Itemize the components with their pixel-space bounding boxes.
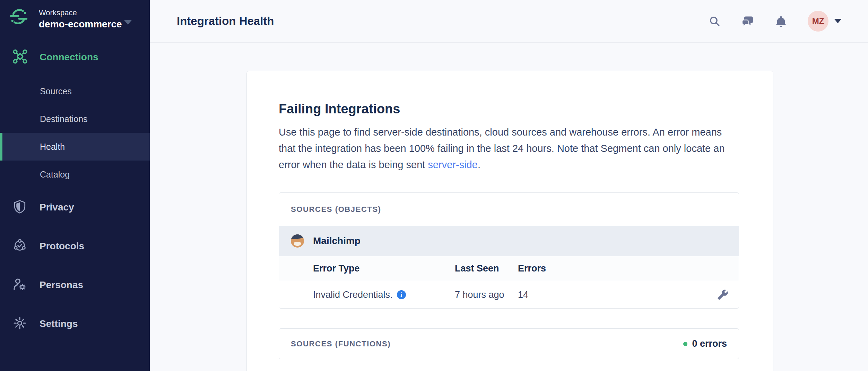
chevron-down-icon[interactable]: [834, 19, 842, 23]
sources-objects-card: SOURCES (OBJECTS) Mailchimp Error Type L…: [279, 192, 739, 309]
main-area: Integration Health: [150, 0, 868, 371]
wrench-icon: [717, 289, 728, 300]
sources-objects-header: SOURCES (OBJECTS): [279, 193, 739, 226]
sources-functions-card: SOURCES (FUNCTIONS) 0 errors: [279, 328, 739, 359]
chevron-down-icon[interactable]: [124, 20, 132, 25]
chat-icon[interactable]: [741, 15, 754, 28]
sidebar-item-connections[interactable]: Connections: [0, 43, 150, 71]
last-seen-value: 7 hours ago: [455, 290, 518, 300]
connections-subnav: Sources Destinations Health Catalog: [0, 77, 150, 188]
shield-icon: [12, 199, 27, 215]
workspace-label: Workspace: [39, 8, 122, 18]
page-title: Integration Health: [177, 15, 274, 28]
failing-integrations-card: Failing Integrations Use this page to fi…: [246, 71, 773, 371]
sidebar-item-health[interactable]: Health: [0, 133, 150, 161]
sidebar-item-settings[interactable]: Settings: [0, 304, 150, 343]
sidebar-sections: Privacy Protocols: [0, 188, 150, 343]
page-description: Use this page to find server-side destin…: [279, 124, 738, 173]
sidebar-item-sources[interactable]: Sources: [0, 77, 150, 105]
gear-icon: [12, 316, 27, 332]
topbar-actions: MZ: [708, 11, 842, 32]
column-last-seen: Last Seen: [455, 263, 518, 274]
error-type-value: Invalid Credentials.: [313, 290, 393, 300]
column-errors: Errors: [518, 263, 739, 274]
sidebar-item-personas[interactable]: Personas: [0, 266, 150, 304]
column-error-type: Error Type: [313, 263, 455, 274]
info-icon[interactable]: i: [397, 290, 406, 299]
search-icon[interactable]: [708, 15, 721, 28]
connections-label: Connections: [40, 52, 98, 63]
table-column-headers: Error Type Last Seen Errors: [279, 256, 739, 281]
status-badge: 0 errors: [683, 338, 727, 349]
sidebar-item-destinations[interactable]: Destinations: [0, 105, 150, 133]
table-row: Invalid Credentials. i 7 hours ago 14: [279, 281, 739, 308]
content: Failing Integrations Use this page to fi…: [150, 43, 868, 371]
errors-value: 14: [518, 290, 717, 300]
sidebar: Workspace demo-ecommerce Connections Sou…: [0, 0, 150, 371]
status-text: 0 errors: [692, 338, 727, 349]
fix-button[interactable]: [717, 289, 728, 300]
bell-icon[interactable]: [774, 15, 788, 28]
user-menu[interactable]: MZ: [808, 11, 842, 32]
sidebar-item-protocols[interactable]: Protocols: [0, 227, 150, 266]
integration-row-mailchimp[interactable]: Mailchimp: [279, 226, 739, 256]
sidebar-item-catalog[interactable]: Catalog: [0, 161, 150, 188]
server-side-link[interactable]: server-side: [428, 159, 477, 170]
topbar: Integration Health: [150, 0, 868, 43]
personas-icon: [12, 277, 27, 293]
status-dot-icon: [683, 342, 687, 346]
segment-logo-icon: [10, 8, 28, 27]
workspace-name: demo-ecommerce: [39, 18, 122, 31]
integration-name: Mailchimp: [313, 235, 361, 247]
failing-integrations-heading: Failing Integrations: [279, 102, 738, 117]
sidebar-item-privacy[interactable]: Privacy: [0, 188, 150, 227]
workspace-switcher[interactable]: Workspace demo-ecommerce: [10, 8, 141, 31]
section-label: SOURCES (FUNCTIONS): [291, 339, 391, 348]
protocols-icon: [12, 238, 27, 254]
app-root: Workspace demo-ecommerce Connections Sou…: [0, 0, 868, 371]
avatar[interactable]: MZ: [808, 11, 828, 32]
section-label: SOURCES (OBJECTS): [291, 205, 381, 214]
mailchimp-avatar-icon: [291, 234, 304, 248]
connections-icon: [12, 49, 28, 66]
